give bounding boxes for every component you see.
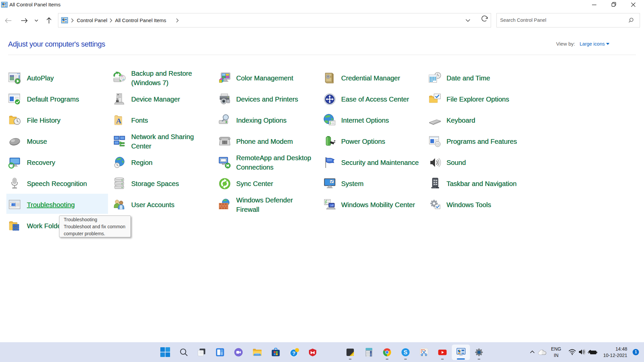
- svg-text:?: ?: [292, 350, 295, 356]
- svg-text:S: S: [404, 349, 407, 356]
- svg-text:A: A: [116, 117, 121, 125]
